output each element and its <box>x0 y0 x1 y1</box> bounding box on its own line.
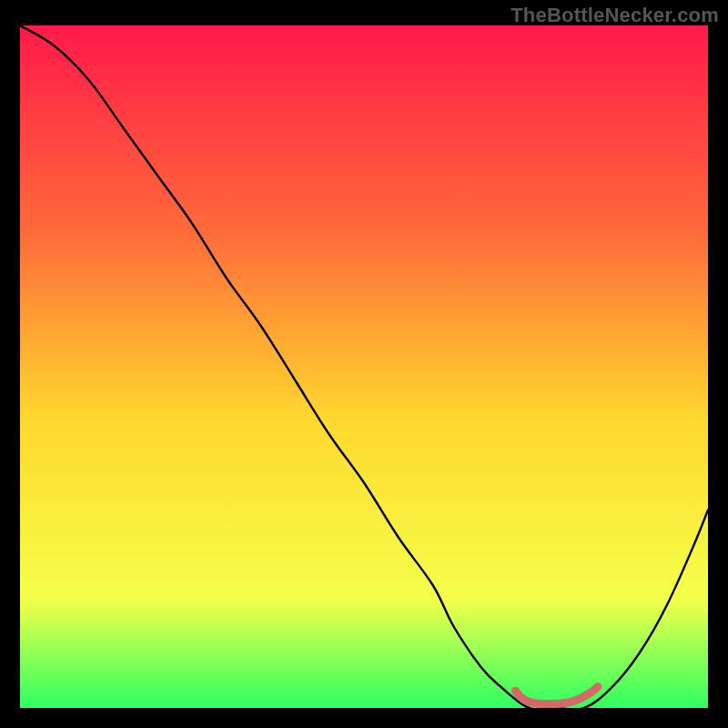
watermark-text: TheBottleNecker.com <box>511 4 719 27</box>
chart-frame: TheBottleNecker.com <box>0 0 728 728</box>
plot-area <box>20 25 708 708</box>
chart-svg <box>20 25 708 708</box>
